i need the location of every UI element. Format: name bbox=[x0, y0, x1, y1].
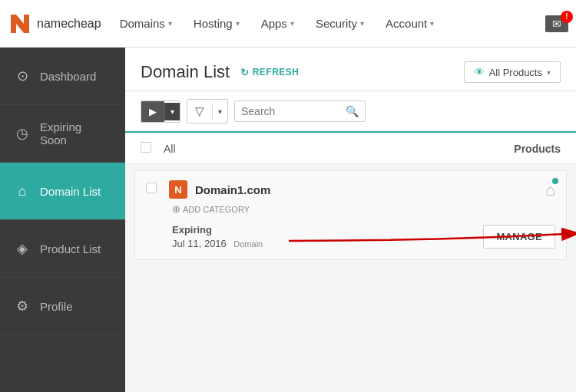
chevron-down-icon: ▾ bbox=[236, 19, 240, 28]
chevron-down-icon: ▾ bbox=[290, 19, 294, 28]
chevron-down-icon: ▾ bbox=[430, 19, 434, 28]
refresh-button[interactable]: ↻ REFRESH bbox=[240, 67, 299, 78]
home-icon: ⌂ bbox=[14, 183, 31, 199]
home-status-dot bbox=[552, 178, 558, 184]
search-input[interactable] bbox=[241, 101, 341, 121]
search-box: 🔍 bbox=[234, 100, 366, 122]
eye-icon: 👁 bbox=[474, 66, 485, 78]
all-label: All bbox=[164, 143, 514, 155]
top-nav: namecheap Domains ▾ Hosting ▾ Apps ▾ Sec… bbox=[0, 0, 576, 48]
toolbar: ▶ ▾ ▽ ▾ 🔍 bbox=[125, 91, 576, 133]
products-label: Products bbox=[514, 143, 561, 155]
action-button[interactable]: ▶ ▾ bbox=[141, 100, 180, 123]
refresh-icon: ↻ bbox=[240, 67, 250, 78]
filter-button[interactable]: ▽ ▾ bbox=[187, 99, 228, 124]
domain-logo-icon: N bbox=[169, 180, 187, 199]
nav-item-hosting[interactable]: Hosting ▾ bbox=[183, 0, 250, 48]
search-icon[interactable]: 🔍 bbox=[346, 105, 359, 117]
select-all-checkbox[interactable] bbox=[141, 142, 164, 156]
chevron-down-icon: ▾ bbox=[168, 19, 172, 28]
filter-icon: ▽ bbox=[187, 100, 212, 123]
sidebar-item-product-list[interactable]: ◈ Product List bbox=[0, 220, 125, 278]
plus-icon: ⊕ bbox=[172, 203, 180, 215]
box-icon: ◈ bbox=[14, 240, 31, 257]
logo-icon bbox=[8, 12, 32, 36]
domain-checkbox[interactable] bbox=[146, 183, 161, 196]
mail-badge: ! bbox=[561, 11, 573, 23]
nav-item-apps[interactable]: Apps ▾ bbox=[250, 0, 305, 48]
nav-items: Domains ▾ Hosting ▾ Apps ▾ Security ▾ Ac… bbox=[109, 0, 545, 48]
nav-right: ✉ ! bbox=[545, 15, 568, 32]
page-title: Domain List bbox=[141, 62, 230, 82]
clock-icon: ◷ bbox=[14, 125, 31, 142]
play-icon: ▶ bbox=[141, 101, 164, 122]
main-header: Domain List ↻ REFRESH 👁 All Products ▾ bbox=[125, 48, 576, 91]
sidebar-item-dashboard[interactable]: ⊙ Dashboard bbox=[0, 48, 125, 105]
table-header: All Products bbox=[125, 134, 576, 164]
sidebar: ⊙ Dashboard ◷ Expiring Soon ⌂ Domain Lis… bbox=[0, 48, 125, 392]
domain-name: Domain1.com bbox=[195, 183, 270, 196]
main-title-row: Domain List ↻ REFRESH bbox=[141, 62, 300, 82]
logo[interactable]: namecheap bbox=[8, 12, 101, 36]
domain-row-top: N Domain1.com bbox=[146, 180, 555, 199]
domain-row: N Domain1.com ⊕ ADD CATEGORY ⌂ bbox=[134, 170, 567, 260]
nav-item-account[interactable]: Account ▾ bbox=[375, 0, 445, 48]
add-category-button[interactable]: ⊕ ADD CATEGORY bbox=[172, 203, 555, 215]
nav-item-security[interactable]: Security ▾ bbox=[305, 0, 375, 48]
gear-icon: ⚙ bbox=[14, 298, 31, 315]
expiry-info: Expiring Jul 11, 2016 Domain bbox=[172, 222, 263, 250]
filter-chevron-icon: ▾ bbox=[212, 103, 227, 120]
main-content: Domain List ↻ REFRESH 👁 All Products ▾ ▶… bbox=[125, 48, 576, 392]
sidebar-item-profile[interactable]: ⚙ Profile bbox=[0, 278, 125, 335]
chevron-down-icon: ▾ bbox=[547, 68, 551, 77]
expiry-date: Jul 11, 2016 bbox=[172, 238, 227, 249]
domain-expiry-row: Expiring Jul 11, 2016 Domain MANAGE bbox=[146, 222, 555, 250]
chevron-down-icon: ▾ bbox=[360, 19, 364, 28]
dashboard-icon: ⊙ bbox=[14, 68, 31, 84]
nav-item-domains[interactable]: Domains ▾ bbox=[109, 0, 183, 48]
layout: ⊙ Dashboard ◷ Expiring Soon ⌂ Domain Lis… bbox=[0, 48, 576, 392]
sidebar-item-expiring-soon[interactable]: ◷ Expiring Soon bbox=[0, 105, 125, 163]
checkbox[interactable] bbox=[141, 142, 151, 153]
all-products-button[interactable]: 👁 All Products ▾ bbox=[464, 61, 561, 83]
logo-text: namecheap bbox=[37, 17, 101, 31]
domain-tag: Domain bbox=[233, 239, 263, 249]
play-chevron-icon: ▾ bbox=[164, 103, 180, 120]
domain-home-icon-wrap: ⌂ bbox=[545, 180, 555, 200]
expiry-label: Expiring bbox=[172, 224, 212, 236]
sidebar-item-domain-list[interactable]: ⌂ Domain List bbox=[0, 163, 125, 220]
manage-button[interactable]: MANAGE bbox=[483, 225, 555, 249]
mail-button[interactable]: ✉ ! bbox=[545, 15, 568, 32]
checkbox[interactable] bbox=[146, 183, 157, 193]
